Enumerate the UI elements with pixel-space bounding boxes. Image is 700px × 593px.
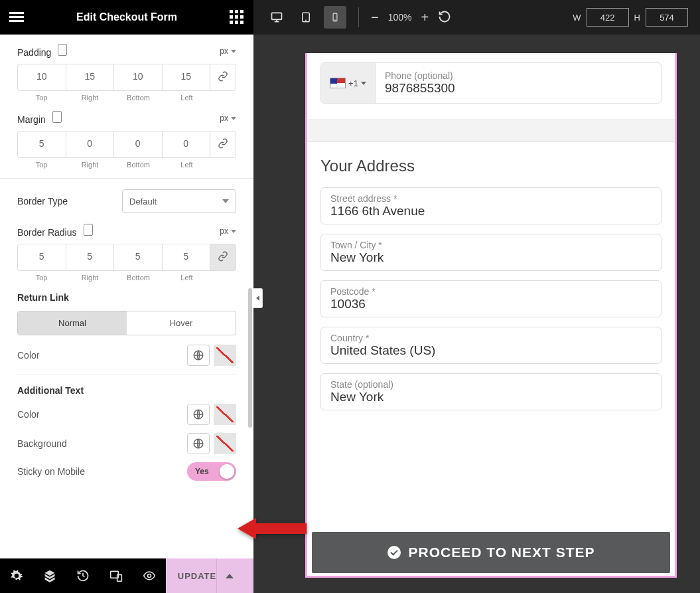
check-circle-icon: [387, 546, 401, 559]
svg-marker-11: [238, 518, 307, 539]
country-field[interactable]: Country * United States (US): [320, 327, 662, 364]
svg-point-8: [306, 20, 307, 21]
sidebar-footer: UPDATE: [0, 558, 253, 593]
scrollbar[interactable]: [247, 35, 253, 558]
padding-link-toggle[interactable]: [210, 64, 236, 90]
device-icon[interactable]: [58, 44, 67, 56]
at-color-label: Color: [17, 409, 39, 420]
state-tabs: Normal Hover: [17, 311, 236, 335]
device-icon[interactable]: [52, 111, 62, 123]
menu-icon[interactable]: [9, 10, 24, 25]
padding-inputs: 10 15 10 15: [17, 64, 236, 91]
at-bg-label: Background: [17, 438, 67, 449]
svg-point-10: [335, 20, 336, 21]
preview-icon[interactable]: [133, 558, 166, 593]
svg-point-5: [148, 574, 151, 578]
reset-zoom-icon[interactable]: [438, 10, 451, 25]
margin-right[interactable]: 0: [66, 131, 115, 157]
margin-top[interactable]: 5: [18, 131, 66, 157]
postcode-field[interactable]: Postcode * 10036: [320, 280, 662, 317]
navigator-icon[interactable]: [33, 558, 66, 593]
street-field[interactable]: Street address * 1166 6th Avenue: [320, 187, 662, 224]
color-swatch[interactable]: [214, 404, 236, 425]
phone-label: Phone (optional): [385, 70, 652, 81]
height-input[interactable]: [646, 8, 688, 27]
zoom-level: 100%: [388, 12, 412, 23]
zoom-out-button[interactable]: −: [371, 10, 379, 25]
tab-hover[interactable]: Hover: [127, 311, 236, 335]
section-divider: [307, 120, 675, 142]
radius-link-toggle[interactable]: [210, 244, 236, 270]
padding-label: Padding: [17, 47, 51, 58]
proceed-button[interactable]: PROCEED TO NEXT STEP: [312, 532, 670, 573]
additional-text-heading: Additional Text: [17, 385, 236, 396]
apps-icon[interactable]: [230, 10, 244, 25]
collapse-sidebar-handle[interactable]: [253, 288, 263, 308]
phone-value: 9876855300: [385, 81, 652, 96]
padding-left[interactable]: 15: [163, 64, 211, 90]
border-radius-inputs: 5 5 5 5: [17, 244, 236, 271]
settings-icon[interactable]: [0, 558, 33, 593]
radius-left[interactable]: 5: [163, 244, 211, 270]
height-label: H: [634, 13, 640, 23]
sidebar-title: Edit Checkout Form: [24, 11, 230, 23]
zoom-in-button[interactable]: +: [421, 10, 429, 25]
mobile-preview-frame: +1 Phone (optional) 9876855300 Your Addr…: [305, 53, 677, 578]
city-field[interactable]: Town / City * New York: [320, 234, 662, 271]
tab-normal[interactable]: Normal: [18, 311, 127, 335]
chevron-down-icon: [361, 82, 366, 85]
global-color-icon[interactable]: [187, 433, 210, 454]
update-button[interactable]: UPDATE: [166, 558, 253, 593]
device-icon[interactable]: [84, 224, 93, 236]
tablet-device-icon[interactable]: [295, 6, 317, 29]
update-options-icon[interactable]: [216, 558, 242, 593]
preview-canvas: +1 Phone (optional) 9876855300 Your Addr…: [253, 35, 700, 593]
responsive-icon[interactable]: [100, 558, 133, 593]
margin-label: Margin: [17, 114, 46, 125]
address-heading: Your Address: [320, 157, 662, 175]
margin-unit[interactable]: px: [220, 114, 236, 123]
width-label: W: [573, 13, 581, 23]
annotation-arrow: [238, 514, 311, 552]
padding-unit[interactable]: px: [220, 46, 236, 56]
editor-sidebar: Edit Checkout Form Padding px 10 15 10 1…: [0, 0, 253, 593]
desktop-device-icon[interactable]: [265, 6, 288, 29]
phone-field[interactable]: +1 Phone (optional) 9876855300: [320, 62, 662, 104]
margin-bottom[interactable]: 0: [114, 131, 163, 157]
state-field[interactable]: State (optional) New York: [320, 373, 662, 410]
margin-left[interactable]: 0: [163, 131, 211, 157]
border-radius-label: Border Radius: [17, 227, 77, 238]
mobile-device-icon[interactable]: [324, 6, 346, 29]
color-swatch[interactable]: [214, 433, 236, 454]
padding-top[interactable]: 10: [18, 64, 66, 90]
sticky-label: Sticky on Mobile: [17, 466, 85, 477]
sidebar-header: Edit Checkout Form: [0, 0, 253, 35]
margin-link-toggle[interactable]: [210, 131, 236, 157]
border-type-label: Border Type: [17, 196, 68, 207]
radius-bottom[interactable]: 5: [114, 244, 163, 270]
global-color-icon[interactable]: [187, 404, 210, 425]
margin-inputs: 5 0 0 0: [17, 131, 236, 158]
country-code-select[interactable]: +1: [321, 63, 376, 103]
radius-right[interactable]: 5: [66, 244, 115, 270]
color-label: Color: [17, 350, 39, 361]
global-color-icon[interactable]: [187, 345, 210, 366]
color-swatch[interactable]: [214, 345, 236, 366]
preview-toolbar: − 100% + W H: [253, 0, 700, 35]
padding-bottom[interactable]: 10: [114, 64, 163, 90]
border-radius-unit[interactable]: px: [220, 226, 236, 236]
sticky-mobile-toggle[interactable]: Yes: [187, 462, 236, 481]
width-input[interactable]: [587, 8, 629, 27]
flag-icon: [330, 78, 346, 88]
svg-rect-6: [272, 13, 282, 19]
history-icon[interactable]: [66, 558, 100, 593]
sidebar-body: Padding px 10 15 10 15 TopRightBottomLef…: [0, 35, 253, 558]
padding-right[interactable]: 15: [66, 64, 115, 90]
return-link-heading: Return Link: [17, 292, 236, 303]
radius-top[interactable]: 5: [18, 244, 66, 270]
border-type-select[interactable]: Default: [122, 189, 236, 213]
